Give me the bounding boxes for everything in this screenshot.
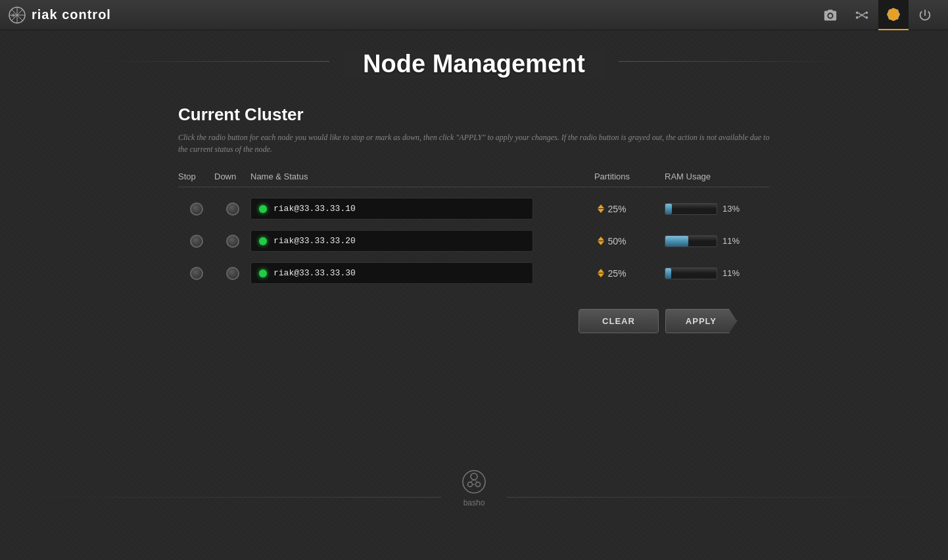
- ram-pct-1: 11%: [723, 236, 740, 246]
- arrow-down-icon: [598, 273, 604, 277]
- cluster-description: Click the radio button for each node you…: [178, 131, 770, 155]
- col-header-stop: Stop: [178, 172, 214, 181]
- partition-cell-2: 25%: [573, 268, 652, 279]
- stop-radio-1[interactable]: [190, 235, 203, 248]
- arrow-down-icon: [598, 241, 604, 245]
- page-title: Node Management: [343, 50, 605, 78]
- status-dot-2: [259, 269, 267, 277]
- nav-power-button[interactable]: [910, 0, 940, 30]
- svg-point-8: [866, 11, 868, 14]
- svg-line-12: [863, 12, 866, 14]
- col-header-down: Down: [214, 172, 250, 181]
- svg-point-19: [476, 482, 481, 487]
- stop-radio-0[interactable]: [190, 202, 203, 216]
- arrow-up-icon: [598, 204, 604, 208]
- main-content: Node Management Current Cluster Click th…: [0, 30, 948, 333]
- partition-pct-2: 25%: [607, 268, 626, 279]
- footer: basho: [0, 469, 948, 507]
- down-radio-1[interactable]: [226, 235, 239, 248]
- footer-brand-text: basho: [463, 498, 485, 507]
- topbar: ✳ riak control: [0, 0, 948, 30]
- footer-line-left: [0, 497, 441, 498]
- stop-radio-2[interactable]: [190, 267, 203, 280]
- col-header-name: Name & Status: [250, 172, 573, 181]
- ram-cell-2: 11%: [665, 268, 770, 279]
- svg-line-11: [859, 12, 861, 14]
- clear-button[interactable]: CLEAR: [579, 309, 659, 333]
- status-dot-1: [259, 237, 267, 245]
- topbar-nav: [815, 0, 940, 30]
- svg-line-14: [863, 15, 866, 17]
- down-radio-2[interactable]: [226, 267, 239, 280]
- svg-point-17: [471, 473, 477, 480]
- nav-node-mgmt-button[interactable]: [878, 0, 909, 30]
- node-name-box-1: riak@33.33.33.20: [250, 230, 533, 252]
- ram-cell-1: 11%: [665, 235, 770, 247]
- app-logo: ✳ riak control: [8, 6, 111, 24]
- arrow-down-icon: [598, 209, 604, 213]
- nav-snapshot-button[interactable]: [815, 0, 845, 30]
- table-header: Stop Down Name & Status Partitions RAM U…: [178, 172, 770, 187]
- partition-pct-0: 25%: [607, 204, 626, 214]
- cluster-title: Current Cluster: [178, 105, 770, 125]
- power-icon: [918, 8, 932, 22]
- ram-bar-container-1: [665, 235, 717, 247]
- node-name-1: riak@33.33.33.20: [273, 236, 356, 246]
- svg-point-7: [856, 11, 859, 14]
- arrow-up-icon: [598, 237, 604, 241]
- ram-bar-container-2: [665, 268, 717, 279]
- cluster-icon: [855, 8, 869, 22]
- table-row: riak@33.33.33.10 25% 13%: [178, 193, 770, 225]
- svg-line-20: [470, 480, 474, 482]
- settings-icon: [886, 7, 901, 22]
- svg-line-21: [474, 480, 478, 482]
- partition-arrows-0: [598, 204, 604, 213]
- camera-icon: [823, 8, 838, 22]
- partition-cell-1: 50%: [573, 236, 652, 246]
- arrow-up-icon: [598, 269, 604, 273]
- svg-line-13: [859, 15, 861, 17]
- table-row: riak@33.33.33.20 50% 11%: [178, 225, 770, 257]
- col-header-partitions: Partitions: [573, 172, 652, 181]
- app-title: riak control: [32, 7, 111, 22]
- nav-cluster-button[interactable]: [847, 0, 877, 30]
- ram-pct-0: 13%: [723, 204, 740, 214]
- cluster-section: Current Cluster Click the radio button f…: [178, 105, 770, 333]
- table-row: riak@33.33.33.30 25% 11%: [178, 257, 770, 289]
- down-radio-0[interactable]: [226, 202, 239, 216]
- svg-point-6: [861, 14, 863, 16]
- status-dot-0: [259, 205, 267, 213]
- page-title-container: Node Management: [0, 30, 948, 91]
- apply-button[interactable]: APPLY: [665, 309, 737, 333]
- svg-text:✳: ✳: [11, 12, 16, 19]
- partition-arrows-2: [598, 269, 604, 277]
- node-name-2: riak@33.33.33.30: [273, 268, 356, 278]
- partition-pct-1: 50%: [607, 236, 626, 246]
- svg-point-10: [866, 16, 868, 18]
- svg-point-18: [468, 482, 473, 487]
- node-name-box-0: riak@33.33.33.10: [250, 198, 533, 220]
- riak-logo-icon: ✳: [8, 6, 26, 24]
- partition-arrows-1: [598, 237, 604, 245]
- ram-pct-2: 11%: [723, 268, 740, 278]
- ram-cell-0: 13%: [665, 203, 770, 215]
- partition-cell-0: 25%: [573, 204, 652, 214]
- svg-point-16: [463, 471, 485, 493]
- svg-point-9: [856, 16, 859, 18]
- ram-bar-container-0: [665, 203, 717, 215]
- footer-line-right: [507, 497, 948, 498]
- basho-logo-icon: [461, 469, 487, 495]
- footer-logo: basho: [441, 469, 507, 507]
- action-buttons: CLEAR APPLY: [178, 309, 770, 333]
- col-header-ram: RAM Usage: [665, 172, 770, 181]
- node-name-0: riak@33.33.33.10: [273, 204, 356, 214]
- node-name-box-2: riak@33.33.33.30: [250, 262, 533, 284]
